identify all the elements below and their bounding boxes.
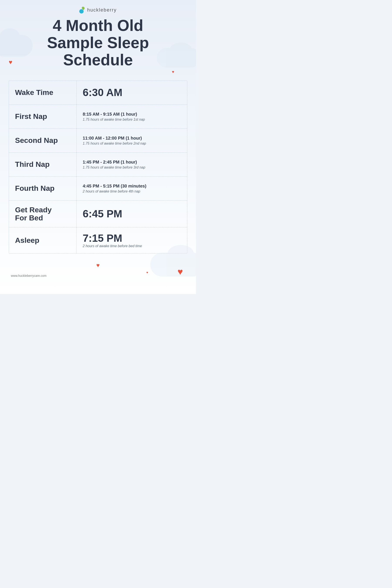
heart-decoration-bottom-large: ♥ bbox=[178, 266, 183, 277]
row-content-wake-time: 6:30 AM bbox=[77, 81, 187, 104]
heart-decoration-bottom-small: ♥ bbox=[146, 271, 148, 274]
row-label-first-nap: First Nap bbox=[9, 105, 77, 128]
heart-decoration-left: ♥ bbox=[9, 59, 12, 66]
row-content-get-ready: 6:45 PM bbox=[77, 200, 187, 227]
row-label-third-nap: Third Nap bbox=[9, 153, 77, 176]
table-row: Get ReadyFor Bed 6:45 PM bbox=[9, 200, 187, 228]
row-label-fourth-nap: Fourth Nap bbox=[9, 176, 77, 200]
row-content-first-nap: 8:15 AM - 9:15 AM (1 hour) 1.75 hours of… bbox=[77, 105, 187, 128]
row-content-second-nap: 11:00 AM - 12:00 PM (1 hour) 1.75 hours … bbox=[77, 129, 187, 152]
cloud-decoration-right bbox=[157, 48, 196, 68]
title-line-1: 4 Month Old bbox=[13, 17, 183, 34]
page-wrapper: ♥ ♥ huckleberry 4 Month Old Sample Sleep… bbox=[0, 0, 196, 294]
table-row: Asleep 7:15 PM 2 hours of awake time bef… bbox=[9, 227, 187, 253]
row-content-fourth-nap: 4:45 PM - 5:15 PM (30 minutes) 2 hours o… bbox=[77, 176, 187, 200]
table-row: Fourth Nap 4:45 PM - 5:15 PM (30 minutes… bbox=[9, 176, 187, 200]
logo-circle bbox=[79, 9, 84, 14]
footer-url: www.huckleberrycare.com bbox=[11, 274, 46, 278]
row-content-third-nap: 1:45 PM - 2:45 PM (1 hour) 1.75 hours of… bbox=[77, 153, 187, 176]
heart-decoration-bottom-center: ♥ bbox=[96, 262, 100, 269]
heart-decoration-right: ♥ bbox=[172, 70, 174, 74]
logo-container: huckleberry bbox=[13, 6, 183, 14]
row-label-get-ready: Get ReadyFor Bed bbox=[9, 200, 77, 227]
footer-decorations: ♥ ♥ ♥ www.huckleberrycare.com bbox=[0, 260, 196, 282]
schedule-table: Wake Time 6:30 AM First Nap 8:15 AM - 9:… bbox=[9, 80, 187, 254]
table-row: Second Nap 11:00 AM - 12:00 PM (1 hour) … bbox=[9, 129, 187, 153]
row-label-second-nap: Second Nap bbox=[9, 129, 77, 152]
table-row: Third Nap 1:45 PM - 2:45 PM (1 hour) 1.7… bbox=[9, 153, 187, 176]
logo-icon bbox=[79, 6, 85, 14]
table-row: First Nap 8:15 AM - 9:15 AM (1 hour) 1.7… bbox=[9, 105, 187, 129]
title-line-2: Sample Sleep bbox=[13, 34, 183, 52]
row-label-wake-time: Wake Time bbox=[9, 81, 77, 104]
logo-text: huckleberry bbox=[87, 7, 117, 13]
table-row: Wake Time 6:30 AM bbox=[9, 81, 187, 105]
row-label-asleep: Asleep bbox=[9, 227, 77, 253]
cloud-decoration-left bbox=[0, 35, 33, 56]
